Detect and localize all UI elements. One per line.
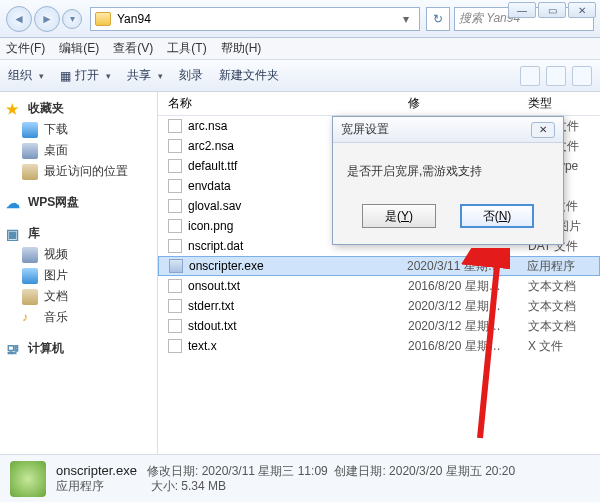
window-controls: — ▭ ✕	[508, 2, 596, 18]
tb-open[interactable]: ▦ 打开	[60, 67, 111, 84]
sidebar-desktop[interactable]: 桌面	[2, 140, 155, 161]
file-name: stderr.txt	[188, 299, 408, 313]
file-icon	[169, 259, 183, 273]
file-row[interactable]: onscripter.exe2020/3/11 星期…应用程序	[158, 256, 600, 276]
file-date: 2020/3/11 星期…	[407, 258, 527, 275]
help-button[interactable]	[572, 66, 592, 86]
tb-organize[interactable]: 组织	[8, 67, 44, 84]
file-type: X 文件	[528, 338, 600, 355]
nav-forward-button[interactable]: ►	[34, 6, 60, 32]
column-header[interactable]: 名称 修 类型	[158, 92, 600, 116]
details-pane: onscripter.exe 修改日期: 2020/3/11 星期三 11:09…	[0, 454, 600, 502]
dialog-yes-button[interactable]: 是(Y)	[362, 204, 436, 228]
sidebar-libraries[interactable]: ▣库	[2, 223, 155, 244]
documents-icon	[22, 289, 38, 305]
menu-edit[interactable]: 编辑(E)	[59, 40, 99, 57]
dialog-message: 是否开启宽屏,需游戏支持	[333, 143, 563, 196]
dialog-widescreen: 宽屏设置 ✕ 是否开启宽屏,需游戏支持 是(Y) 否(N)	[332, 116, 564, 245]
file-row[interactable]: stderr.txt2020/3/12 星期…文本文档	[158, 296, 600, 316]
sidebar-video[interactable]: 视频	[2, 244, 155, 265]
sidebar-favorites[interactable]: ★收藏夹	[2, 98, 155, 119]
file-icon	[168, 179, 182, 193]
file-type: 应用程序	[527, 258, 599, 275]
file-date: 2020/3/12 星期…	[408, 298, 528, 315]
folder-icon	[95, 12, 111, 26]
file-date: 2016/8/20 星期…	[408, 338, 528, 355]
view-mode-button[interactable]	[520, 66, 540, 86]
file-row[interactable]: stdout.txt2020/3/12 星期…文本文档	[158, 316, 600, 336]
file-name: onscripter.exe	[189, 259, 407, 273]
col-name[interactable]: 名称	[158, 95, 408, 112]
window-titlebar: — ▭ ✕ ◄ ► ▾ Yan94 ▾ ↻ 搜索 Yan94	[0, 0, 600, 38]
desktop-icon	[22, 143, 38, 159]
file-icon	[168, 239, 182, 253]
menu-view[interactable]: 查看(V)	[113, 40, 153, 57]
file-date: 2020/3/12 星期…	[408, 318, 528, 335]
video-icon	[22, 247, 38, 263]
sidebar-music[interactable]: ♪音乐	[2, 307, 155, 328]
menu-bar: 文件(F) 编辑(E) 查看(V) 工具(T) 帮助(H)	[0, 38, 600, 60]
file-name: stdout.txt	[188, 319, 408, 333]
file-icon	[168, 199, 182, 213]
file-icon	[168, 139, 182, 153]
close-button[interactable]: ✕	[568, 2, 596, 18]
chevron-down-icon[interactable]: ▾	[397, 12, 415, 26]
dialog-no-button[interactable]: 否(N)	[460, 204, 534, 228]
menu-help[interactable]: 帮助(H)	[221, 40, 262, 57]
cloud-icon: ☁	[6, 195, 22, 211]
file-row[interactable]: onsout.txt2016/8/20 星期…文本文档	[158, 276, 600, 296]
dialog-titlebar[interactable]: 宽屏设置 ✕	[333, 117, 563, 143]
file-type: 文本文档	[528, 278, 600, 295]
preview-pane-button[interactable]	[546, 66, 566, 86]
nav-sidebar: ★收藏夹 下载 桌面 最近访问的位置 ☁WPS网盘 ▣库 视频 图片 文档 ♪音…	[0, 92, 158, 454]
tb-burn[interactable]: 刻录	[179, 67, 203, 84]
col-date[interactable]: 修	[408, 95, 528, 112]
dialog-title-text: 宽屏设置	[341, 121, 389, 138]
sidebar-downloads[interactable]: 下载	[2, 119, 155, 140]
file-icon	[168, 219, 182, 233]
recent-icon	[22, 164, 38, 180]
file-icon	[168, 319, 182, 333]
file-icon	[168, 279, 182, 293]
star-icon: ★	[6, 101, 22, 117]
col-type[interactable]: 类型	[528, 95, 600, 112]
nav-history-button[interactable]: ▾	[62, 9, 82, 29]
sidebar-documents[interactable]: 文档	[2, 286, 155, 307]
download-icon	[22, 122, 38, 138]
file-icon	[168, 159, 182, 173]
sidebar-wps[interactable]: ☁WPS网盘	[2, 192, 155, 213]
maximize-button[interactable]: ▭	[538, 2, 566, 18]
refresh-button[interactable]: ↻	[426, 7, 450, 31]
toolbar: 组织 ▦ 打开 共享 刻录 新建文件夹	[0, 60, 600, 92]
sidebar-recent[interactable]: 最近访问的位置	[2, 161, 155, 182]
file-icon	[168, 119, 182, 133]
path-text: Yan94	[117, 12, 151, 26]
sidebar-pictures[interactable]: 图片	[2, 265, 155, 286]
file-row[interactable]: text.x2016/8/20 星期…X 文件	[158, 336, 600, 356]
computer-icon: 🖳	[6, 341, 22, 357]
minimize-button[interactable]: —	[508, 2, 536, 18]
nav-back-button[interactable]: ◄	[6, 6, 32, 32]
file-type: 文本文档	[528, 318, 600, 335]
file-thumbnail	[10, 461, 46, 497]
tb-share[interactable]: 共享	[127, 67, 163, 84]
music-icon: ♪	[22, 310, 38, 326]
file-type: 文本文档	[528, 298, 600, 315]
file-name: text.x	[188, 339, 408, 353]
file-icon	[168, 339, 182, 353]
library-icon: ▣	[6, 226, 22, 242]
dialog-close-button[interactable]: ✕	[531, 122, 555, 138]
file-date: 2016/8/20 星期…	[408, 278, 528, 295]
menu-file[interactable]: 文件(F)	[6, 40, 45, 57]
details-filename: onscripter.exe	[56, 463, 137, 478]
file-name: onsout.txt	[188, 279, 408, 293]
pictures-icon	[22, 268, 38, 284]
sidebar-computer[interactable]: 🖳计算机	[2, 338, 155, 359]
address-bar[interactable]: Yan94 ▾	[90, 7, 420, 31]
tb-newfolder[interactable]: 新建文件夹	[219, 67, 279, 84]
file-icon	[168, 299, 182, 313]
menu-tools[interactable]: 工具(T)	[167, 40, 206, 57]
